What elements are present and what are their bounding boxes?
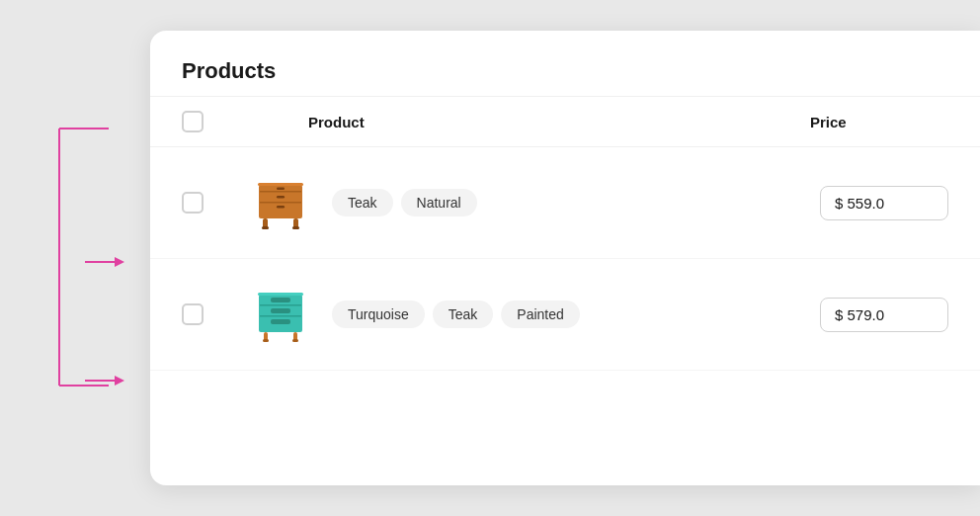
row1-tags: Teak Natural (332, 189, 820, 216)
row2-tags: Turquoise Teak Painted (332, 301, 820, 328)
svg-rect-24 (258, 293, 303, 296)
table-header: Product Price (150, 97, 980, 147)
tag-painted: Painted (501, 301, 579, 328)
card-header: Products (150, 31, 980, 97)
header-checkbox[interactable] (182, 111, 204, 132)
svg-rect-22 (271, 308, 290, 313)
table-row: Teak Natural $ 559.0 (150, 147, 980, 259)
svg-rect-10 (277, 188, 285, 191)
svg-rect-27 (263, 339, 269, 342)
row1-product-image (245, 167, 316, 238)
svg-rect-21 (271, 298, 290, 302)
row2-product-image (245, 279, 316, 350)
svg-marker-6 (115, 376, 124, 386)
row1-checkbox[interactable] (182, 192, 204, 214)
row2-checkbox[interactable] (182, 303, 204, 325)
row1-checkbox-col (182, 192, 229, 214)
header-checkbox-col (182, 111, 229, 132)
svg-rect-20 (260, 315, 301, 317)
svg-rect-28 (292, 339, 298, 342)
products-card: Products Product Price (150, 31, 980, 485)
svg-marker-4 (115, 257, 124, 267)
svg-rect-13 (258, 183, 303, 186)
svg-rect-11 (277, 196, 285, 199)
svg-rect-17 (292, 226, 299, 229)
header-price-col: Price (810, 114, 948, 130)
card-title: Products (182, 58, 276, 83)
tag-natural: Natural (401, 189, 477, 216)
svg-rect-12 (277, 206, 285, 209)
row1-price: $ 559.0 (820, 186, 948, 220)
annotation-layer (0, 0, 158, 455)
svg-rect-9 (260, 202, 301, 204)
svg-rect-19 (260, 304, 301, 306)
tag-teak: Teak (332, 189, 393, 216)
svg-rect-16 (262, 226, 269, 229)
svg-rect-8 (260, 191, 301, 193)
tag-teak2: Teak (433, 301, 494, 328)
row2-price: $ 579.0 (820, 298, 948, 332)
table-row: Turquoise Teak Painted $ 579.0 (150, 259, 980, 371)
svg-rect-23 (271, 319, 290, 324)
header-product-col: Product (229, 114, 810, 130)
tag-turquoise: Turquoise (332, 301, 425, 328)
row2-checkbox-col (182, 303, 229, 325)
